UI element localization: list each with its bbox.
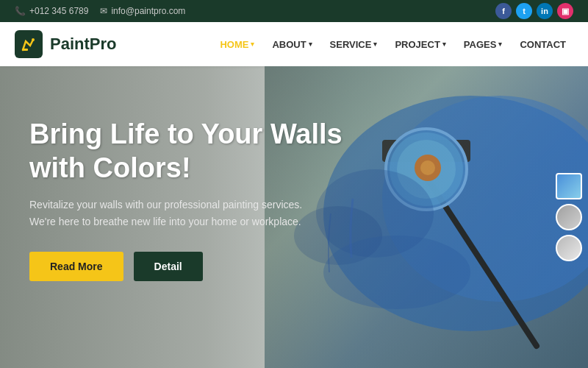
logo[interactable]: PaintPro [15, 30, 116, 58]
twitter-icon[interactable]: t [516, 3, 532, 19]
topbar-contact-info: 📞 +012 345 6789 ✉ info@paintpro.com [15, 6, 185, 16]
email-icon: ✉ [100, 6, 107, 16]
phone-info: 📞 +012 345 6789 [15, 6, 88, 16]
svg-rect-1 [22, 49, 28, 51]
detail-button[interactable]: Detail [134, 252, 203, 281]
hero-content: Bring Life to Your Walls with Colors! Re… [29, 118, 343, 281]
project-dropdown-arrow: ▾ [442, 40, 446, 48]
about-dropdown-arrow: ▾ [309, 40, 312, 48]
hero-buttons: Read More Detail [29, 252, 343, 281]
thumbnail-3[interactable] [556, 235, 582, 261]
thumbnail-2[interactable] [556, 204, 582, 230]
service-dropdown-arrow: ▾ [373, 40, 377, 48]
social-icons: f t in ▣ [495, 3, 573, 19]
email-address: info@paintpro.com [111, 6, 185, 16]
navbar: PaintPro HOME ▾ ABOUT ▾ SERVICE ▾ PROJEC… [0, 22, 588, 66]
nav-about[interactable]: ABOUT ▾ [265, 33, 319, 56]
hero-section: Bring Life to Your Walls with Colors! Re… [0, 66, 588, 368]
email-info: ✉ info@paintpro.com [100, 6, 185, 16]
brand-name: PaintPro [50, 35, 116, 54]
topbar: 📞 +012 345 6789 ✉ info@paintpro.com f t … [0, 0, 588, 22]
thumbnail-1[interactable] [556, 173, 582, 199]
home-dropdown-arrow: ▾ [251, 40, 254, 48]
read-more-button[interactable]: Read More [29, 252, 123, 281]
pages-dropdown-arrow: ▾ [498, 40, 502, 48]
nav-contact[interactable]: CONTACT [512, 33, 573, 56]
phone-icon: 📞 [15, 6, 26, 16]
nav-home[interactable]: HOME ▾ [212, 33, 262, 56]
hero-title: Bring Life to Your Walls with Colors! [29, 118, 343, 185]
hero-subtitle: Revitalize your walls with our professio… [29, 197, 316, 230]
instagram-icon[interactable]: ▣ [557, 3, 573, 19]
svg-point-0 [32, 38, 35, 41]
nav-project[interactable]: PROJECT ▾ [387, 33, 453, 56]
phone-number: +012 345 6789 [29, 6, 88, 16]
logo-icon [15, 30, 43, 58]
facebook-icon[interactable]: f [495, 3, 512, 19]
side-thumbnails [556, 173, 582, 261]
nav-links: HOME ▾ ABOUT ▾ SERVICE ▾ PROJECT ▾ PAGES… [212, 33, 573, 56]
nav-pages[interactable]: PAGES ▾ [456, 33, 510, 56]
linkedin-icon[interactable]: in [537, 3, 553, 19]
nav-service[interactable]: SERVICE ▾ [323, 33, 385, 56]
